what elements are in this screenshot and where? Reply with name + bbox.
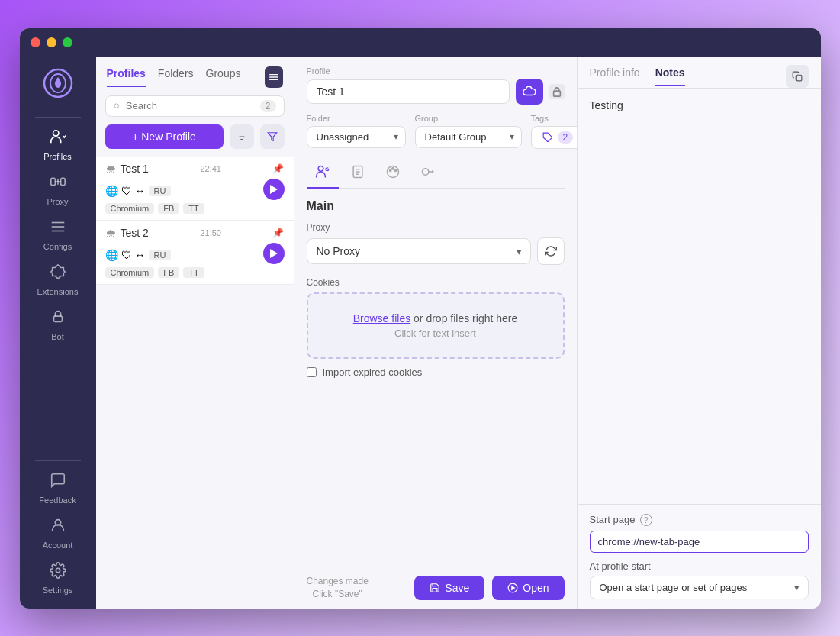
tab-profile-info[interactable]: Profile info: [590, 66, 640, 86]
close-button[interactable]: [31, 37, 40, 47]
account-icon: [50, 517, 66, 538]
proxy-select-wrap: No Proxy: [307, 238, 531, 264]
tag-fb: FB: [158, 267, 179, 278]
profiles-actions: + New Profile: [105, 124, 285, 149]
settings-icon: [50, 562, 66, 583]
svg-marker-37: [512, 586, 515, 589]
sidebar-item-settings[interactable]: Settings: [20, 556, 96, 601]
profiles-panel: Profiles Folders Groups 2: [96, 57, 294, 609]
svg-point-15: [114, 103, 119, 108]
profile-item-header: 🌧 Test 1 22:41 📌: [105, 163, 285, 175]
search-input[interactable]: [126, 100, 254, 111]
tab-profiles[interactable]: Profiles: [107, 67, 146, 87]
group-select[interactable]: Default Group: [415, 126, 522, 148]
open-button[interactable]: Open: [492, 576, 564, 600]
sidebar-item-configs[interactable]: Configs: [20, 212, 96, 257]
section-title: Main: [307, 199, 565, 213]
proxy-row: No Proxy: [307, 237, 565, 265]
proxy-select[interactable]: No Proxy: [307, 238, 531, 264]
tag-tt: TT: [183, 267, 204, 278]
notes-content: Testing: [578, 89, 821, 504]
proxy-refresh-button[interactable]: [537, 237, 565, 265]
play-icon: [270, 185, 278, 194]
profile-time: 22:41: [200, 164, 221, 173]
copy-icon: [792, 71, 803, 82]
svg-point-1: [53, 130, 58, 135]
lock-badge[interactable]: [549, 84, 565, 99]
sidebar-item-feedback[interactable]: Feedback: [20, 466, 96, 511]
extensions-icon: [50, 263, 66, 284]
profile-name: Test 1: [121, 163, 149, 175]
svg-point-35: [422, 168, 428, 174]
arrow-icon: ↔: [135, 185, 146, 197]
start-page-input[interactable]: [590, 531, 809, 553]
import-expired-row: Import expired cookies: [307, 366, 565, 378]
save-button[interactable]: Save: [414, 576, 484, 600]
sidebar-item-bot[interactable]: Bot: [20, 302, 96, 347]
folder-label: Folder: [307, 114, 406, 123]
sidebar-item-profiles[interactable]: Profiles: [20, 122, 96, 167]
svg-marker-20: [268, 132, 277, 140]
tag-chromium: Chromium: [105, 267, 155, 278]
play-button[interactable]: [263, 243, 285, 264]
sidebar-item-account[interactable]: Account: [20, 511, 96, 556]
list-item[interactable]: 🌧 Test 1 22:41 📌 🌐 🛡 ↔ RU: [96, 157, 294, 221]
changes-line1: Changes made: [307, 575, 369, 588]
profiles-menu-icon[interactable]: [265, 66, 282, 88]
svg-rect-38: [796, 75, 802, 81]
folder-select[interactable]: Unassigned: [307, 126, 406, 148]
at-profile-select[interactable]: Open a start page or set of pages Open a…: [590, 576, 809, 599]
tab-key[interactable]: [412, 157, 444, 189]
group-label: Group: [415, 114, 522, 123]
cloud-sync-button[interactable]: [516, 79, 543, 105]
tab-folders[interactable]: Folders: [158, 67, 194, 87]
sidebar-label-extensions: Extensions: [37, 287, 79, 296]
pin-icon[interactable]: 📌: [272, 163, 284, 174]
refresh-icon: [545, 245, 557, 257]
person-icon: [315, 164, 330, 179]
minimize-button[interactable]: [47, 37, 56, 47]
search-bar: 2: [105, 95, 285, 117]
svg-rect-14: [269, 79, 278, 79]
start-page-help-icon[interactable]: ?: [640, 514, 652, 526]
copy-button[interactable]: [786, 65, 809, 88]
cookies-click-text[interactable]: Click for text insert: [327, 328, 545, 339]
filter-button[interactable]: [260, 124, 285, 149]
tab-notes[interactable]: Notes: [655, 66, 685, 86]
play-button[interactable]: [263, 179, 285, 200]
maximize-button[interactable]: [63, 37, 72, 47]
profile-row-bottom: 🌐 🛡 ↔ RU: [105, 179, 285, 200]
save-icon: [430, 583, 440, 593]
app-logo: [40, 65, 76, 102]
start-page-label: Start page ?: [590, 514, 809, 526]
group-field: Group Default Group: [415, 114, 522, 149]
svg-rect-12: [269, 74, 278, 75]
profile-name-input[interactable]: [307, 79, 510, 104]
cookies-drop-zone[interactable]: Browse files or drop files right here Cl…: [307, 292, 565, 359]
list-item[interactable]: 🌧 Test 2 21:50 📌 🌐 🛡 ↔ RU: [96, 221, 294, 285]
tab-fingerprint[interactable]: [342, 157, 374, 189]
tags-button[interactable]: 2: [531, 126, 577, 149]
changes-line2: Click "Save": [307, 588, 369, 601]
profile-field-label: Profile: [307, 66, 565, 76]
tab-palette[interactable]: [377, 157, 409, 189]
sort-button[interactable]: [230, 124, 254, 149]
tag-icon: [542, 132, 553, 143]
key-icon: [420, 164, 436, 179]
sidebar-item-proxy[interactable]: Proxy: [20, 167, 96, 212]
folder-select-wrap: Unassigned: [307, 126, 406, 148]
pin-icon[interactable]: 📌: [272, 228, 284, 238]
proxy-label: Proxy: [307, 222, 565, 233]
browse-files-link[interactable]: Browse files: [353, 312, 410, 324]
import-expired-checkbox[interactable]: [307, 367, 317, 377]
tags-label: Tags: [531, 114, 577, 123]
cookies-group: Cookies Browse files or drop files right…: [307, 277, 565, 378]
new-profile-button[interactable]: + New Profile: [105, 124, 224, 149]
profiles-tabs: Profiles Folders Groups: [96, 57, 294, 88]
detail-footer: Changes made Click "Save" Save: [294, 567, 577, 609]
feedback-icon: [50, 472, 66, 492]
tab-groups[interactable]: Groups: [206, 67, 241, 87]
sidebar-item-extensions[interactable]: Extensions: [20, 257, 96, 302]
tab-person[interactable]: [307, 157, 339, 189]
detail-meta-row: Folder Unassigned Group Default Group: [307, 114, 565, 149]
